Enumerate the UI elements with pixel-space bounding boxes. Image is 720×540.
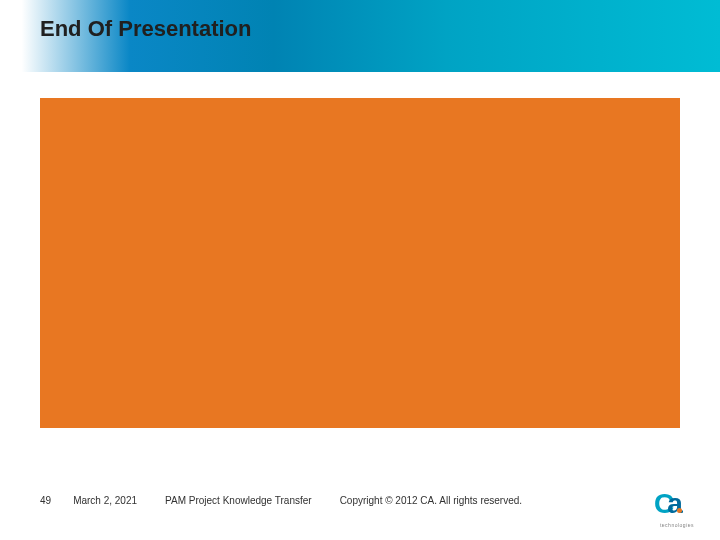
slide-title: End Of Presentation	[40, 16, 251, 42]
ca-logo-icon: Ca	[654, 490, 700, 520]
page-number: 49	[40, 495, 51, 506]
footer: 49 March 2, 2021 PAM Project Knowledge T…	[40, 480, 680, 520]
slide: End Of Presentation 49 March 2, 2021 PAM…	[0, 0, 720, 540]
logo-dot-icon	[677, 508, 682, 513]
ca-logo: Ca technologies	[654, 490, 700, 526]
title-bar: End Of Presentation	[0, 0, 720, 72]
footer-copyright: Copyright © 2012 CA. All rights reserved…	[340, 495, 522, 506]
logo-letter-a: a	[667, 488, 680, 519]
content-placeholder	[40, 98, 680, 428]
logo-subtext: technologies	[654, 522, 700, 528]
footer-project: PAM Project Knowledge Transfer	[165, 495, 312, 506]
footer-date: March 2, 2021	[73, 495, 137, 506]
